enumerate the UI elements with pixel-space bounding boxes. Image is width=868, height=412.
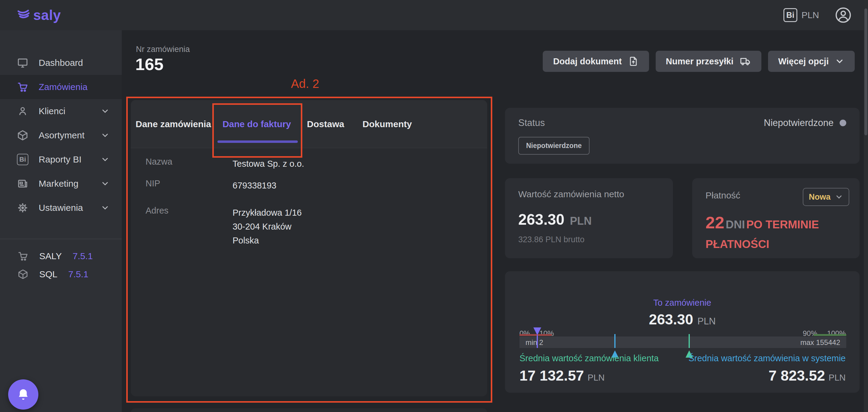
truck-icon bbox=[740, 56, 751, 67]
next-card-edge bbox=[131, 408, 487, 412]
cart-icon bbox=[18, 251, 28, 261]
order-details-panel: Dane zamówienia Dane do faktury Dostawa … bbox=[131, 100, 487, 396]
client-average-label: Średnia wartość zamówienia klienta bbox=[520, 353, 659, 363]
address-value: Przykładowa 1/16 30-204 Kraków Polska bbox=[232, 206, 302, 247]
payment-title: Płatność bbox=[706, 190, 740, 200]
cart-icon bbox=[17, 81, 28, 93]
tab-delivery[interactable]: Dostawa bbox=[307, 100, 344, 148]
cube-icon bbox=[17, 130, 28, 141]
scale-max-label: max 155442 bbox=[800, 338, 840, 347]
annotation-ad2: Ad. 2 bbox=[284, 77, 326, 91]
add-document-button[interactable]: Dodaj dokument bbox=[543, 51, 649, 72]
top-bar: saly Bi PLN bbox=[0, 0, 868, 30]
comparison-slider-track[interactable]: min 2 max 155442 bbox=[520, 337, 846, 348]
form-row-name: Nazwa Testowa Sp. z o.o. bbox=[146, 157, 447, 171]
chevron-down-icon bbox=[100, 155, 110, 164]
monitor-icon bbox=[17, 57, 28, 69]
currency-label: PLN bbox=[802, 10, 819, 20]
chevron-down-icon bbox=[100, 131, 110, 140]
version-number: 7.5.1 bbox=[73, 251, 93, 261]
tab-order-data[interactable]: Dane zamówienia bbox=[135, 100, 211, 148]
order-number-value: 165 bbox=[135, 54, 163, 74]
sidebar-item-dashboard[interactable]: Dashboard bbox=[0, 51, 122, 75]
payment-overdue-text: 22 DNI PO TERMINIE PŁATNOŚCI bbox=[706, 214, 844, 255]
order-number-label: Nr zamówienia bbox=[136, 45, 190, 54]
client-average-value: 17 132.57PLN bbox=[520, 367, 604, 384]
system-average-value: 7 823.52PLN bbox=[769, 367, 846, 384]
this-order-label: To zamówienie bbox=[505, 298, 860, 308]
system-average-tick bbox=[614, 334, 616, 348]
version-saly: SALY 7.5.1 bbox=[0, 247, 122, 265]
chevron-down-icon bbox=[100, 107, 110, 116]
sidebar-item-clients[interactable]: Klienci bbox=[0, 99, 122, 123]
active-tab-underline bbox=[217, 140, 298, 143]
bell-icon bbox=[16, 387, 30, 402]
cart-logo-icon bbox=[16, 7, 31, 23]
scrollbar-thumb[interactable] bbox=[864, 8, 867, 135]
document-add-icon bbox=[628, 56, 639, 67]
gross-value: 323.86 PLN brutto bbox=[518, 235, 584, 244]
bi-icon: Bi bbox=[17, 154, 28, 165]
payment-status-select[interactable]: Nowa bbox=[803, 188, 849, 206]
nip-value: 679338193 bbox=[232, 179, 276, 192]
gear-icon bbox=[17, 202, 28, 214]
client-average-tick bbox=[689, 334, 690, 348]
version-sql: SQL 7.5.1 bbox=[0, 265, 122, 283]
app-logo[interactable]: saly bbox=[16, 7, 61, 23]
status-chip-button[interactable]: Niepotwierdzone bbox=[518, 137, 590, 155]
person-icon bbox=[17, 105, 28, 117]
cube-icon bbox=[18, 269, 28, 280]
shipment-number-button[interactable]: Numer przesyłki bbox=[656, 51, 762, 72]
chevron-down-icon bbox=[100, 179, 110, 188]
bi-icon: Bi bbox=[783, 8, 797, 22]
version-info: SALY 7.5.1 SQL 7.5.1 bbox=[0, 239, 122, 283]
form-row-nip: NIP 679338193 bbox=[146, 179, 447, 192]
tab-bar: Dane zamówienia Dane do faktury Dostawa … bbox=[131, 100, 487, 148]
sidebar-item-settings[interactable]: Ustawienia bbox=[0, 196, 122, 220]
sidebar-item-bi-reports[interactable]: Bi Raporty BI bbox=[0, 148, 122, 171]
newspaper-icon bbox=[17, 178, 28, 189]
this-order-tick bbox=[537, 335, 538, 348]
chevron-down-icon bbox=[100, 203, 110, 212]
high-range-segment bbox=[814, 334, 846, 336]
chevron-down-icon bbox=[835, 193, 843, 201]
net-value-panel: Wartość zamówienia netto 263.30 PLN 323.… bbox=[505, 178, 673, 258]
sidebar-item-assortment[interactable]: Asortyment bbox=[0, 123, 122, 148]
scale-min-label: min 2 bbox=[526, 338, 543, 347]
sidebar: Dashboard Zamówienia Klienci bbox=[0, 30, 122, 412]
net-currency: PLN bbox=[570, 215, 592, 227]
sidebar-item-marketing[interactable]: Marketing bbox=[0, 171, 122, 196]
logo-text: saly bbox=[33, 7, 61, 23]
company-name-value: Testowa Sp. z o.o. bbox=[232, 157, 304, 171]
form-row-address: Adres Przykładowa 1/16 30-204 Kraków Pol… bbox=[146, 206, 447, 247]
this-order-value: 263.30PLN bbox=[505, 311, 860, 328]
page-scrollbar[interactable] bbox=[864, 0, 868, 412]
current-status: Niepotwierdzone bbox=[764, 118, 846, 128]
tab-documents[interactable]: Dokumenty bbox=[363, 100, 412, 148]
notifications-button[interactable] bbox=[8, 379, 38, 410]
status-title: Status bbox=[518, 118, 545, 128]
status-panel: Status Niepotwierdzone Niepotwierdzone bbox=[505, 108, 860, 164]
more-options-button[interactable]: Więcej opcji bbox=[768, 51, 855, 72]
status-dot bbox=[840, 120, 846, 126]
this-order-marker-icon bbox=[533, 327, 541, 335]
currency-selector[interactable]: Bi PLN bbox=[783, 8, 819, 22]
version-number: 7.5.1 bbox=[68, 269, 89, 279]
order-comparison-panel: To zamówienie 263.30PLN 0% 10% 90% 100% … bbox=[505, 271, 860, 393]
invoice-data-form: Nazwa Testowa Sp. z o.o. NIP 679338193 A… bbox=[146, 157, 447, 247]
user-avatar-icon[interactable] bbox=[835, 7, 852, 24]
sidebar-item-orders[interactable]: Zamówienia bbox=[0, 75, 122, 99]
system-average-label: Średnia wartość zamówienia w systemie bbox=[688, 353, 846, 363]
payment-panel: Płatność Nowa 22 DNI PO TERMINIE PŁATNOŚ… bbox=[692, 178, 860, 258]
net-value: 263.30 bbox=[518, 211, 564, 228]
net-value-title: Wartość zamówienia netto bbox=[518, 189, 624, 199]
chevron-down-icon bbox=[835, 57, 844, 66]
